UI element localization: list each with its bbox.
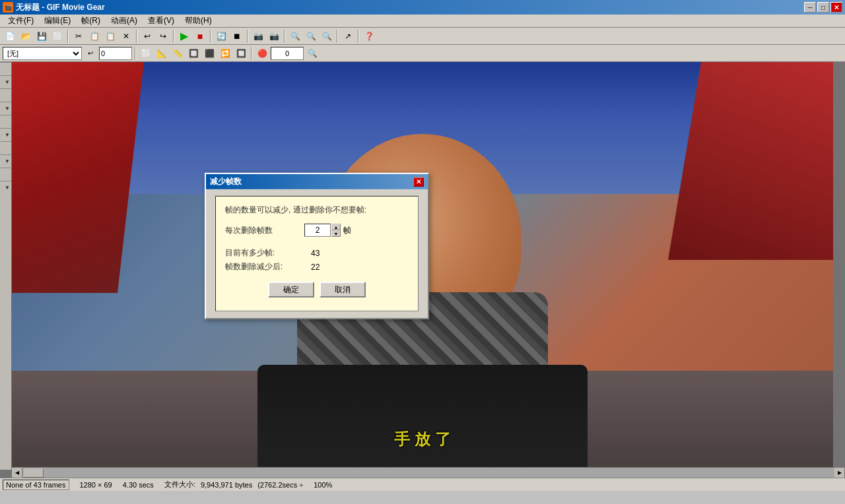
- separator-2: [136, 30, 137, 43]
- reduce-frames-dialog: 减少帧数 ✕ 帧的数量可以减少, 通过删除你不想要帧: 每次删除帧数 ▲: [205, 173, 429, 319]
- arrow-button[interactable]: ↗: [341, 29, 355, 44]
- window: 🎬 无标题 - GIF Movie Gear ─ □ ✕ 文件(F) 编辑(E)…: [0, 0, 845, 504]
- main-area: ▼ ▼ ▼ ▼ ▼ 手 放 了: [0, 62, 845, 478]
- separator-6: [284, 30, 285, 43]
- toolbar2-separator: [135, 47, 136, 60]
- frame-number-input[interactable]: 0: [271, 47, 304, 60]
- toolbar-main: 📄 📂 💾 ⬜ ✂ 📋 📋 ✕ ↩ ↪ ▶ ■ 🔄 ⏹ 📷 📷 🔍 🔍 🔍 ↗ …: [0, 28, 845, 45]
- new-blank-button[interactable]: ⬜: [50, 29, 65, 44]
- tb2-btn4[interactable]: 🔲: [186, 46, 201, 61]
- zoom-level: 100%: [314, 481, 332, 489]
- titlebar-left: 🎬 无标题 - GIF Movie Gear: [3, 2, 105, 13]
- tb2-search-button[interactable]: 🔍: [305, 46, 320, 61]
- after-delete-value: 22: [311, 262, 320, 271]
- tb2-btn5[interactable]: ⬛: [202, 46, 217, 61]
- titlebar: 🎬 无标题 - GIF Movie Gear ─ □ ✕: [0, 0, 845, 15]
- stop2-button[interactable]: ⏹: [230, 29, 244, 44]
- file-size-value: 9,943,971 bytes: [201, 481, 252, 489]
- delete-count-input[interactable]: [304, 224, 331, 237]
- frame-display-input: 0: [99, 47, 132, 60]
- close-button[interactable]: ✕: [830, 2, 842, 13]
- preset-dropdown[interactable]: [无]: [3, 47, 82, 60]
- spin-arrows: ▲ ▼: [331, 224, 341, 237]
- refresh-button[interactable]: 🔄: [214, 29, 228, 44]
- open-button[interactable]: 📂: [18, 29, 33, 44]
- menu-animation[interactable]: 动画(A): [106, 14, 143, 28]
- spin-down-button[interactable]: ▼: [331, 230, 341, 237]
- toolbar-frame: [无] ↩ 0 ⬜ 📐 📏 🔲 ⬛ 🔁 🔲 🔴 0 🔍: [0, 45, 845, 62]
- spin-up-button[interactable]: ▲: [331, 224, 341, 230]
- dialog-close-button[interactable]: ✕: [413, 177, 424, 186]
- stop-button[interactable]: ■: [193, 29, 207, 44]
- tb2-btn8[interactable]: 🔴: [255, 46, 269, 61]
- timing-info: (2762.2secs ÷: [257, 481, 303, 489]
- tb2-btn7[interactable]: 🔲: [234, 46, 248, 61]
- delete-count-label: 每次删除帧数: [225, 224, 304, 236]
- dialog-titlebar: 减少帧数 ✕: [206, 174, 428, 189]
- separator-1: [67, 30, 69, 43]
- after-delete-row: 帧数删除减少后: 22: [225, 261, 409, 272]
- refresh-small-button[interactable]: ↩: [83, 46, 98, 61]
- add-frame2-button[interactable]: 📷: [267, 29, 281, 44]
- after-delete-label: 帧数删除减少后:: [225, 261, 311, 272]
- menu-frame[interactable]: 帧(R): [76, 14, 106, 28]
- titlebar-buttons: ─ □ ✕: [804, 2, 842, 13]
- dimensions-info: 1280 × 69: [80, 481, 112, 489]
- play-button[interactable]: ▶: [177, 29, 191, 44]
- save-button[interactable]: 💾: [34, 29, 49, 44]
- ok-button[interactable]: 确定: [268, 282, 314, 298]
- frame-display-value: 0: [101, 49, 105, 57]
- maximize-button[interactable]: □: [817, 2, 829, 13]
- separator-7: [337, 30, 338, 43]
- dialog-description: 帧的数量可以减少, 通过删除你不想要帧:: [225, 205, 409, 216]
- toolbar2-separator2: [251, 47, 252, 60]
- dialog-buttons: 确定 取消: [225, 275, 409, 303]
- current-frames-value: 43: [311, 248, 320, 257]
- dialog-title: 减少帧数: [210, 176, 242, 187]
- app-icon: 🎬: [3, 2, 13, 13]
- delete-count-row: 每次删除帧数 ▲ ▼ 帧: [225, 224, 409, 237]
- frames-info: None of 43 frames: [3, 480, 69, 490]
- help-button[interactable]: ❓: [362, 29, 376, 44]
- copy-button[interactable]: 📋: [87, 29, 102, 44]
- menu-view[interactable]: 查看(V): [143, 14, 180, 28]
- window-title: 无标题 - GIF Movie Gear: [16, 2, 105, 13]
- tb2-btn1[interactable]: ⬜: [139, 46, 153, 61]
- current-frames-row: 目前有多少帧: 43: [225, 247, 409, 259]
- separator-3: [173, 30, 174, 43]
- undo-button[interactable]: ↩: [140, 29, 154, 44]
- cut-button[interactable]: ✂: [71, 29, 86, 44]
- current-frames-label: 目前有多少帧:: [225, 247, 311, 259]
- add-frame-button[interactable]: 📷: [251, 29, 265, 44]
- separator-8: [358, 30, 359, 43]
- zoom-fit-button[interactable]: 🔍: [320, 29, 334, 44]
- menu-file[interactable]: 文件(F): [3, 14, 39, 28]
- minimize-button[interactable]: ─: [804, 2, 816, 13]
- spacer: [225, 242, 409, 247]
- duration-info: 4.30 secs: [123, 481, 154, 489]
- separator-4: [210, 30, 211, 43]
- new-button[interactable]: 📄: [3, 29, 17, 44]
- cancel-button[interactable]: 取消: [320, 282, 366, 298]
- tb2-btn3[interactable]: 📏: [170, 46, 185, 61]
- tb2-btn6[interactable]: 🔁: [218, 46, 232, 61]
- delete-button[interactable]: ✕: [119, 29, 133, 44]
- zoom-in-button[interactable]: 🔍: [288, 29, 302, 44]
- file-size-label: 文件大小:: [164, 480, 195, 489]
- statusbar: None of 43 frames 1280 × 69 4.30 secs 文件…: [0, 478, 845, 491]
- paste-button[interactable]: 📋: [103, 29, 118, 44]
- separator-5: [247, 30, 248, 43]
- menubar: 文件(F) 编辑(E) 帧(R) 动画(A) 查看(V) 帮助(H): [0, 15, 845, 28]
- redo-button[interactable]: ↪: [156, 29, 170, 44]
- dialog-inner: 帧的数量可以减少, 通过删除你不想要帧: 每次删除帧数 ▲ ▼ 帧: [215, 196, 419, 311]
- menu-edit[interactable]: 编辑(E): [39, 14, 76, 28]
- tb2-btn2[interactable]: 📐: [154, 46, 169, 61]
- zoom-out-button[interactable]: 🔍: [304, 29, 318, 44]
- menu-help[interactable]: 帮助(H): [180, 14, 217, 28]
- modal-overlay: 减少帧数 ✕ 帧的数量可以减少, 通过删除你不想要帧: 每次删除帧数 ▲: [0, 62, 845, 478]
- frame-unit-label: 帧: [343, 224, 351, 236]
- dialog-content: 帧的数量可以减少, 通过删除你不想要帧: 每次删除帧数 ▲ ▼ 帧: [206, 189, 428, 318]
